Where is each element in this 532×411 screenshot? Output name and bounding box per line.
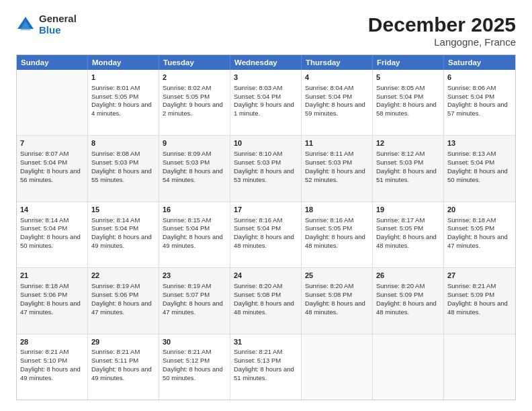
sunset-text: Sunset: 5:04 PM [234,224,281,232]
cal-day-21: 21Sunrise: 8:18 AMSunset: 5:06 PMDayligh… [17,268,88,333]
daylight-text: Daylight: 8 hours and 47 minutes. [91,300,152,316]
day-number: 12 [376,138,440,148]
sunset-text: Sunset: 5:03 PM [305,158,352,166]
sunset-text: Sunset: 5:08 PM [234,291,281,298]
cal-day-1: 1Sunrise: 8:01 AMSunset: 5:05 PMDaylight… [88,70,159,135]
sunset-text: Sunset: 5:03 PM [163,158,210,166]
daylight-text: Daylight: 8 hours and 49 minutes. [163,233,223,249]
day-number: 16 [163,205,226,215]
day-number: 6 [447,73,512,83]
daylight-text: Daylight: 8 hours and 49 minutes. [91,365,152,381]
day-number: 9 [163,138,226,148]
sunset-text: Sunset: 5:08 PM [305,291,352,298]
calendar-row-4: 21Sunrise: 8:18 AMSunset: 5:06 PMDayligh… [17,267,515,333]
cal-day-11: 11Sunrise: 8:11 AMSunset: 5:03 PMDayligh… [302,136,373,201]
cal-day-12: 12Sunrise: 8:12 AMSunset: 5:03 PMDayligh… [373,136,444,201]
page-title: December 2025 [368,13,516,36]
sunrise-text: Sunrise: 8:21 AM [20,348,69,355]
logo-text: General Blue [39,13,77,36]
sunset-text: Sunset: 5:04 PM [91,224,138,232]
cal-day-empty-4-6 [444,334,515,400]
calendar-row-2: 7Sunrise: 8:07 AMSunset: 5:04 PMDaylight… [17,135,515,201]
header-day-monday: Monday [88,55,159,70]
cal-day-10: 10Sunrise: 8:10 AMSunset: 5:03 PMDayligh… [230,136,302,201]
sunset-text: Sunset: 5:03 PM [376,158,423,166]
sunset-text: Sunset: 5:04 PM [376,93,423,100]
cal-day-27: 27Sunrise: 8:21 AMSunset: 5:09 PMDayligh… [444,268,515,333]
sunrise-text: Sunrise: 8:16 AM [305,216,353,224]
daylight-text: Daylight: 8 hours and 48 minutes. [447,300,508,316]
cal-day-24: 24Sunrise: 8:20 AMSunset: 5:08 PMDayligh… [230,268,302,333]
sunrise-text: Sunrise: 8:19 AM [163,282,211,289]
calendar-row-5: 28Sunrise: 8:21 AMSunset: 5:10 PMDayligh… [17,334,515,400]
cal-day-empty-4-4 [302,334,373,400]
calendar-row-1: 1Sunrise: 8:01 AMSunset: 5:05 PMDaylight… [17,70,515,135]
calendar: SundayMondayTuesdayWednesdayThursdayFrid… [16,54,516,400]
sunrise-text: Sunrise: 8:09 AM [163,150,211,157]
day-number: 19 [376,205,440,215]
day-number: 31 [234,337,298,347]
header-day-wednesday: Wednesday [230,55,302,70]
day-number: 7 [20,138,84,148]
daylight-text: Daylight: 8 hours and 49 minutes. [91,233,152,249]
day-number: 29 [91,337,155,347]
sunset-text: Sunset: 5:03 PM [234,158,281,166]
daylight-text: Daylight: 8 hours and 48 minutes. [234,300,294,316]
daylight-text: Daylight: 8 hours and 54 minutes. [163,167,223,183]
cal-day-19: 19Sunrise: 8:17 AMSunset: 5:05 PMDayligh… [373,202,444,267]
cal-day-31: 31Sunrise: 8:21 AMSunset: 5:13 PMDayligh… [230,334,302,400]
day-number: 14 [20,205,84,215]
cal-day-17: 17Sunrise: 8:16 AMSunset: 5:04 PMDayligh… [230,202,302,267]
sunrise-text: Sunrise: 8:10 AM [234,150,282,157]
daylight-text: Daylight: 8 hours and 48 minutes. [234,233,294,249]
sunrise-text: Sunrise: 8:07 AM [20,150,69,157]
sunrise-text: Sunrise: 8:05 AM [376,84,425,91]
day-number: 18 [305,205,369,215]
sunrise-text: Sunrise: 8:17 AM [376,216,425,224]
sunset-text: Sunset: 5:03 PM [91,158,138,166]
sunrise-text: Sunrise: 8:11 AM [305,150,353,157]
day-number: 8 [91,138,155,148]
sunrise-text: Sunrise: 8:20 AM [305,282,353,289]
sunset-text: Sunset: 5:06 PM [91,291,138,298]
sunset-text: Sunset: 5:10 PM [20,357,67,364]
sunrise-text: Sunrise: 8:21 AM [91,348,140,355]
daylight-text: Daylight: 8 hours and 59 minutes. [305,101,365,117]
cal-day-28: 28Sunrise: 8:21 AMSunset: 5:10 PMDayligh… [17,334,88,400]
header-day-friday: Friday [373,55,444,70]
logo: General Blue [16,13,77,36]
header-day-tuesday: Tuesday [159,55,230,70]
sunset-text: Sunset: 5:05 PM [447,224,494,232]
cal-day-23: 23Sunrise: 8:19 AMSunset: 5:07 PMDayligh… [159,268,230,333]
daylight-text: Daylight: 8 hours and 51 minutes. [234,365,294,381]
page-subtitle: Langogne, France [368,36,516,48]
header: General Blue December 2025 Langogne, Fra… [16,13,516,48]
sunset-text: Sunset: 5:04 PM [163,224,210,232]
sunset-text: Sunset: 5:04 PM [447,158,494,166]
sunrise-text: Sunrise: 8:20 AM [234,282,282,289]
daylight-text: Daylight: 8 hours and 56 minutes. [20,167,81,183]
sunset-text: Sunset: 5:04 PM [20,158,67,166]
sunset-text: Sunset: 5:09 PM [376,291,423,298]
day-number: 21 [20,271,84,281]
sunset-text: Sunset: 5:05 PM [91,93,138,100]
daylight-text: Daylight: 8 hours and 47 minutes. [20,300,81,316]
logo-icon [16,15,35,34]
sunrise-text: Sunrise: 8:14 AM [20,216,69,224]
sunrise-text: Sunrise: 8:14 AM [91,216,140,224]
day-number: 24 [234,271,298,281]
day-number: 15 [91,205,155,215]
daylight-text: Daylight: 8 hours and 48 minutes. [305,233,365,249]
cal-day-14: 14Sunrise: 8:14 AMSunset: 5:04 PMDayligh… [17,202,88,267]
day-number: 20 [447,205,512,215]
sunrise-text: Sunrise: 8:20 AM [376,282,425,289]
sunset-text: Sunset: 5:13 PM [234,357,281,364]
sunrise-text: Sunrise: 8:03 AM [234,84,282,91]
cal-day-2: 2Sunrise: 8:02 AMSunset: 5:05 PMDaylight… [159,70,230,135]
day-number: 30 [163,337,226,347]
cal-day-25: 25Sunrise: 8:20 AMSunset: 5:08 PMDayligh… [302,268,373,333]
calendar-row-3: 14Sunrise: 8:14 AMSunset: 5:04 PMDayligh… [17,201,515,267]
daylight-text: Daylight: 8 hours and 48 minutes. [305,300,365,316]
cal-day-empty-4-5 [373,334,444,400]
cal-day-15: 15Sunrise: 8:14 AMSunset: 5:04 PMDayligh… [88,202,159,267]
